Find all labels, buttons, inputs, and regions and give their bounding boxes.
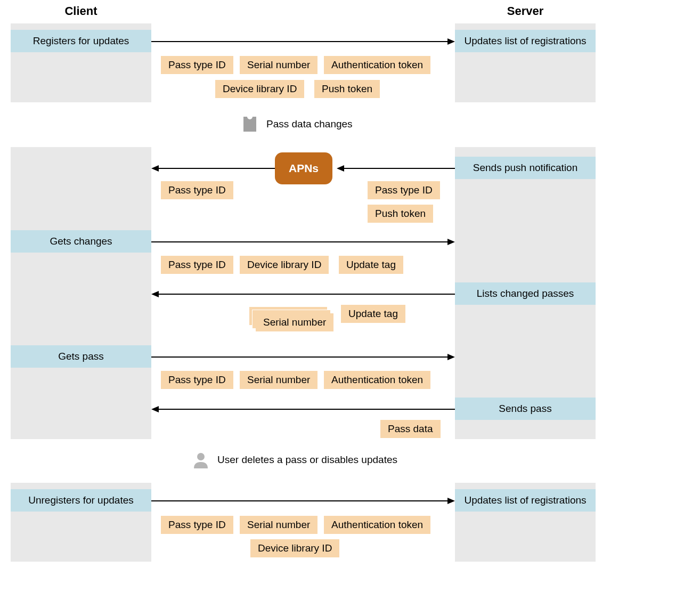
user-icon — [192, 451, 210, 469]
apns-chip: APNs — [275, 152, 332, 184]
pill-device-library-id: Device library ID — [215, 80, 304, 98]
action-sends-pass: Sends pass — [455, 398, 596, 420]
action-updates-list-of-registrations-2: Updates list of registrations — [455, 489, 596, 512]
pill-authentication-token: Authentication token — [324, 56, 430, 74]
action-sends-push-notification: Sends push notification — [455, 157, 596, 179]
pill-pass-type-id-apns-right: Pass type ID — [368, 181, 440, 199]
pill-serial-number-unreg: Serial number — [240, 516, 317, 534]
action-gets-pass: Gets pass — [11, 345, 151, 368]
pill-pass-type-id-gc: Pass type ID — [161, 256, 233, 274]
interjection-text: User deletes a pass or disables updates — [217, 454, 397, 466]
pill-pass-type-id-gp: Pass type ID — [161, 371, 233, 389]
svg-marker-1 — [447, 38, 455, 45]
arrow-gets-pass — [151, 352, 455, 362]
pill-update-tag-gc: Update tag — [339, 256, 403, 274]
client-lane-phase2 — [11, 147, 151, 439]
pill-serial-number-stack: Serial number — [256, 313, 333, 331]
arrow-register — [151, 36, 455, 47]
pill-serial-number-gp: Serial number — [240, 371, 317, 389]
action-gets-changes: Gets changes — [11, 230, 151, 253]
pill-pass-type-id-apns-left: Pass type ID — [161, 181, 233, 199]
svg-marker-3 — [337, 165, 344, 172]
svg-marker-5 — [151, 165, 159, 172]
action-lists-changed-passes: Lists changed passes — [455, 282, 596, 305]
pill-device-library-id-unreg: Device library ID — [250, 539, 339, 557]
interjection-pass-data-changes: Pass data changes — [241, 115, 353, 133]
ticket-icon — [241, 115, 259, 133]
arrow-unregister — [151, 496, 455, 506]
pill-authentication-token-gp: Authentication token — [324, 371, 430, 389]
svg-marker-11 — [447, 354, 455, 360]
pill-update-tag-lcp: Update tag — [341, 305, 405, 323]
pill-pass-data: Pass data — [380, 420, 441, 438]
svg-marker-13 — [151, 406, 159, 412]
action-updates-list-of-registrations-1: Updates list of registrations — [455, 30, 596, 52]
action-unregisters-for-updates: Unregisters for updates — [11, 489, 151, 512]
svg-marker-16 — [447, 498, 455, 504]
server-header: Server — [455, 4, 596, 18]
arrow-server-to-apns — [337, 163, 455, 174]
svg-marker-7 — [447, 239, 455, 245]
arrow-apns-to-client — [151, 163, 275, 174]
svg-marker-9 — [151, 291, 159, 297]
action-registers-for-updates: Registers for updates — [11, 30, 151, 52]
pill-pass-type-id-unreg: Pass type ID — [161, 516, 233, 534]
arrow-gets-changes — [151, 237, 455, 247]
pill-push-token-apns: Push token — [368, 205, 433, 223]
svg-point-14 — [197, 453, 205, 460]
arrow-sends-pass — [151, 404, 455, 415]
pill-push-token: Push token — [314, 80, 380, 98]
pill-pass-type-id: Pass type ID — [161, 56, 233, 74]
arrow-lists-changed-passes — [151, 289, 455, 299]
interjection-text: Pass data changes — [266, 118, 353, 130]
pill-device-library-id-gc: Device library ID — [240, 256, 329, 274]
interjection-user-deletes-pass: User deletes a pass or disables updates — [192, 451, 397, 469]
pill-serial-number: Serial number — [240, 56, 317, 74]
client-header: Client — [11, 4, 151, 18]
pill-authentication-token-unreg: Authentication token — [324, 516, 430, 534]
sequence-diagram: Client Server Registers for updates Upda… — [0, 0, 692, 616]
